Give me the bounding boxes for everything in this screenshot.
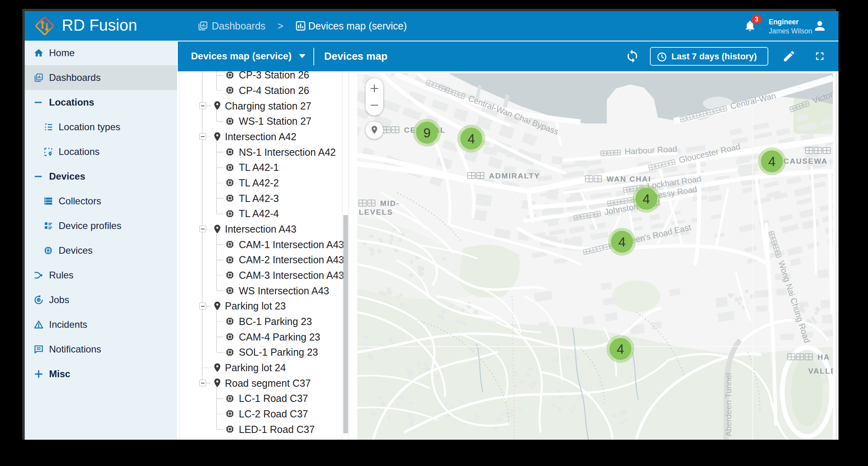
svg-text:LEVELS: LEVELS	[359, 208, 393, 216]
svg-text:VALLE: VALLE	[808, 367, 833, 375]
svg-text:4: 4	[618, 235, 626, 249]
svg-text:ADMIRALTY: ADMIRALTY	[489, 172, 540, 180]
svg-text:9: 9	[423, 125, 431, 140]
svg-text:HA: HA	[817, 353, 830, 361]
svg-text:4: 4	[468, 131, 475, 146]
svg-text:4: 4	[768, 154, 775, 169]
svg-text:WAN CHAI: WAN CHAI	[606, 175, 651, 183]
svg-text:4: 4	[643, 192, 650, 206]
svg-text:CAUSEWA: CAUSEWA	[783, 157, 828, 165]
svg-text:MID-: MID-	[380, 199, 400, 208]
svg-text:Aberdeen Tunnel: Aberdeen Tunnel	[724, 373, 733, 437]
svg-text:4: 4	[617, 342, 624, 356]
